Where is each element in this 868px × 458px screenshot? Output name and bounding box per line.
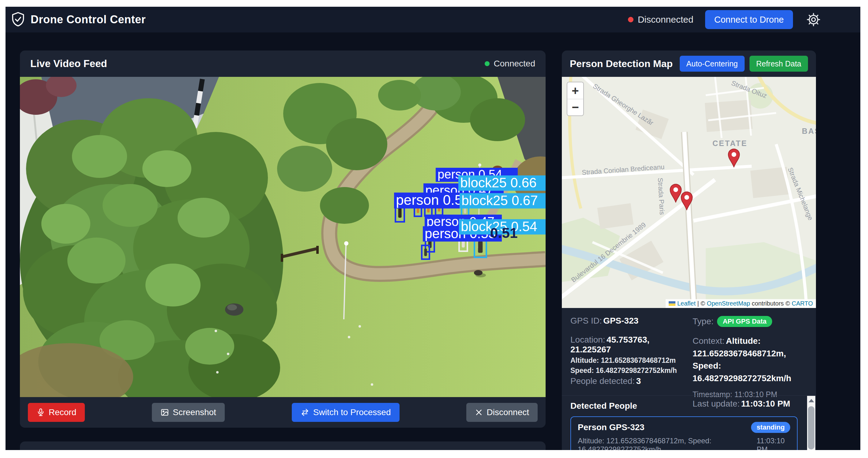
connection-status-text: Disconnected <box>638 14 693 25</box>
drone-video-feed: person 0.54person 0.47person 0.56person … <box>20 77 546 397</box>
map-zoom-control: + − <box>567 82 584 116</box>
image-icon <box>160 408 169 417</box>
app-root: Drone Control Center Disconnected Connec… <box>5 7 860 450</box>
person-card-details-row: Altitude: 121.65283678468712m, Speed: 16… <box>578 436 790 450</box>
detected-people-scrollbar[interactable] <box>807 396 815 450</box>
location-label: Location: <box>570 335 605 344</box>
map-panel-header: Person Detection Map Auto-Centering Refr… <box>562 51 816 77</box>
zoom-in-button[interactable]: + <box>567 82 583 99</box>
connected-dot <box>485 61 490 66</box>
video-status-text: Connected <box>494 59 535 68</box>
record-button[interactable]: Record <box>28 403 85 422</box>
video-connection-status: Connected <box>485 59 535 68</box>
people-detected-count: 3 <box>636 376 641 386</box>
person-time: 11:03:10 PM <box>756 436 790 450</box>
screenshot-label: Screenshot <box>173 407 216 417</box>
disconnect-label: Disconnect <box>487 407 529 417</box>
gps-info-section: GPS ID: GPS-323 Location: 45.753763, 21.… <box>562 308 816 395</box>
gps-info-left-column: GPS ID: GPS-323 Location: 45.753763, 21.… <box>570 316 682 387</box>
type-label: Type: <box>692 316 713 326</box>
detected-person-card[interactable]: Person GPS-323 standing Altitude: 121.65… <box>570 416 798 450</box>
type-row: Type: API GPS Data <box>692 316 807 327</box>
settings-gear-icon[interactable] <box>806 12 820 27</box>
disconnect-button[interactable]: Disconnect <box>466 403 538 422</box>
scrollbar-thumb[interactable] <box>808 406 814 450</box>
altitude-line: Altitude: 121.65283678468712m <box>570 356 682 365</box>
bottom-panel-partial <box>20 441 546 450</box>
gps-info-right-column: Type: API GPS Data Context: Altitude: 12… <box>692 316 807 387</box>
microphone-icon <box>36 408 45 417</box>
video-panel-header: Live Video Feed Connected <box>20 51 546 77</box>
detection-label: block25 0.66 <box>458 176 546 191</box>
detected-figure <box>478 241 483 253</box>
disconnected-dot <box>628 17 633 22</box>
detection-label: 0.51 <box>488 226 534 241</box>
speed-line: Speed: 16.48279298272752km/h <box>570 366 682 375</box>
map-pin-marker[interactable] <box>727 149 741 169</box>
brand: Drone Control Center <box>10 12 146 28</box>
video-controls-bar: Record Screenshot Switch to Processed <box>20 397 546 428</box>
people-detected-label: People detected: <box>570 376 635 386</box>
video-panel-title: Live Video Feed <box>30 58 107 69</box>
location-row: Location: 45.753763, 21.225267 <box>570 335 682 355</box>
map-panel-title: Person Detection Map <box>570 58 673 69</box>
gps-id-row: GPS ID: GPS-323 <box>570 316 682 326</box>
carto-link[interactable]: CARTO <box>792 300 813 307</box>
street-label: CETATE <box>712 139 747 148</box>
detected-people-title: Detected People <box>570 401 798 411</box>
context-label: Context: <box>692 336 724 346</box>
map-pin-marker[interactable] <box>680 191 693 212</box>
map-attribution: Leaflet | © OpenStreetMap contributors ©… <box>665 299 816 308</box>
shield-check-icon <box>10 12 26 28</box>
ukraine-flag-icon <box>669 301 675 306</box>
close-x-icon <box>475 408 483 416</box>
gps-id-label: GPS ID: <box>570 316 602 326</box>
screenshot-button[interactable]: Screenshot <box>152 403 225 422</box>
switch-to-processed-button[interactable]: Switch to Processed <box>292 403 400 422</box>
record-label: Record <box>49 407 76 417</box>
auto-centering-button[interactable]: Auto-Centering <box>680 56 745 72</box>
top-header-bar: Drone Control Center Disconnected Connec… <box>5 7 860 32</box>
street-label: BAS <box>802 127 816 135</box>
detected-figure <box>398 208 402 218</box>
live-video-panel: Live Video Feed Connected <box>20 51 546 428</box>
attr-sep2: contributors © <box>750 300 792 307</box>
detected-figure <box>424 249 427 256</box>
detection-label: block25 0.67 <box>460 193 546 209</box>
person-detection-map-panel: Person Detection Map Auto-Centering Refr… <box>562 51 816 450</box>
person-status-badge: standing <box>751 422 790 433</box>
person-name: Person GPS-323 <box>578 423 645 432</box>
detected-people-section: Detected People Person GPS-323 standing … <box>562 395 816 450</box>
scrollbar-up-arrow-icon[interactable] <box>809 399 814 402</box>
people-detected-row: People detected: 3 <box>570 376 682 387</box>
attr-sep1: | © <box>695 300 707 307</box>
connect-to-drone-button[interactable]: Connect to Drone <box>705 10 793 29</box>
context-row: Context: Altitude: 121.65283678468712m, … <box>692 335 807 385</box>
detection-bounding-box <box>421 245 430 260</box>
leaflet-map[interactable]: Strada Gheorghe LazărStrada OituzStrada … <box>562 77 816 308</box>
api-gps-data-badge: API GPS Data <box>717 316 772 327</box>
person-card-header: Person GPS-323 standing <box>578 422 790 433</box>
detected-people-list: Person GPS-323 standing Altitude: 121.65… <box>570 416 798 450</box>
leaflet-link[interactable]: Leaflet <box>677 300 695 307</box>
switch-arrows-icon <box>300 408 310 417</box>
switch-label: Switch to Processed <box>313 407 391 417</box>
app-title: Drone Control Center <box>31 13 146 26</box>
osm-link[interactable]: OpenStreetMap <box>707 300 750 307</box>
zoom-out-button[interactable]: − <box>567 99 583 115</box>
connection-status: Disconnected <box>628 14 693 25</box>
refresh-data-button[interactable]: Refresh Data <box>749 56 808 72</box>
gps-id-value: GPS-323 <box>603 316 639 326</box>
person-details: Altitude: 121.65283678468712m, Speed: 16… <box>578 436 756 450</box>
